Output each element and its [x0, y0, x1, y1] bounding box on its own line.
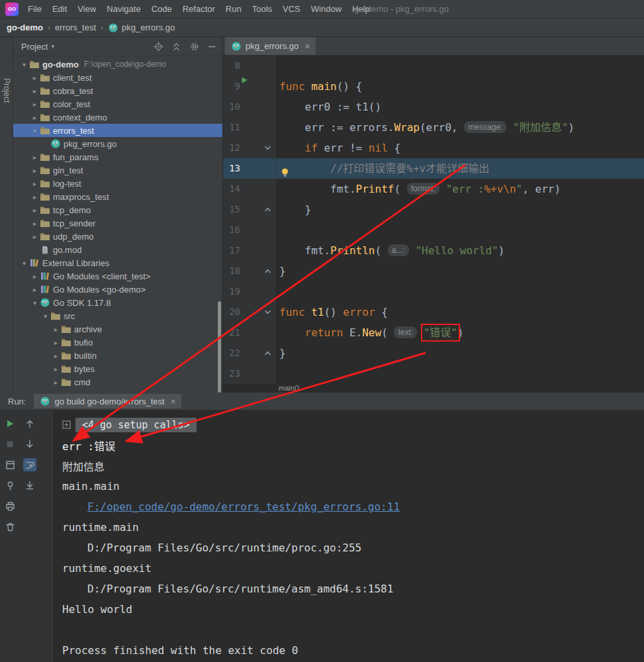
- chevron-right-icon[interactable]: ▸: [30, 193, 39, 201]
- code-line-13[interactable]: 13 //打印错误需要%+v才能详细输出: [223, 158, 644, 179]
- menu-tools[interactable]: Tools: [247, 2, 277, 16]
- clear-button[interactable]: [3, 520, 17, 533]
- chevron-right-icon[interactable]: ▸: [30, 154, 39, 161]
- menu-view[interactable]: View: [72, 2, 101, 16]
- tree-item-builtin[interactable]: ▸builtin: [13, 349, 222, 362]
- code-line-10[interactable]: 10 err0 := t1(): [223, 97, 644, 117]
- tree-item-client-test[interactable]: ▸client_test: [13, 71, 222, 84]
- project-scrollbar-thumb[interactable]: [218, 301, 221, 393]
- fold-close-icon[interactable]: [264, 350, 271, 357]
- pin-button[interactable]: [3, 479, 17, 492]
- chevron-right-icon[interactable]: ▸: [30, 273, 39, 280]
- print-button[interactable]: [3, 499, 17, 512]
- tree-item-external-libraries[interactable]: ▾External Libraries: [13, 256, 222, 269]
- tree-item-udp-demo[interactable]: ▸udp_demo: [13, 230, 222, 243]
- chevron-right-icon[interactable]: ▸: [30, 286, 39, 293]
- tree-item-fun-params[interactable]: ▸fun_params: [13, 150, 222, 164]
- tree-item-cmd[interactable]: ▸cmd: [13, 375, 222, 389]
- chevron-right-icon[interactable]: ▸: [30, 220, 39, 227]
- chevron-right-icon[interactable]: ▸: [30, 167, 39, 174]
- editor-tab-pkg-errors-go[interactable]: pkg_errors.go ×: [225, 37, 316, 55]
- tab-close-icon[interactable]: ×: [304, 41, 310, 52]
- tree-item-tcp-demo[interactable]: ▸tcp_demo: [13, 203, 222, 216]
- folded-output[interactable]: <4 go setup calls>: [75, 418, 197, 432]
- code-line-16[interactable]: 16: [223, 220, 644, 240]
- menu-code[interactable]: Code: [146, 2, 177, 16]
- tree-item-go-modules-go-demo[interactable]: ▸Go Modules <go-demo>: [13, 283, 222, 296]
- tool-button-project[interactable]: Project: [2, 78, 11, 103]
- tree-item-go-modules-client-test[interactable]: ▸Go Modules <client_test>: [13, 269, 222, 283]
- settings-icon[interactable]: [189, 42, 199, 52]
- menu-vcs[interactable]: VCS: [277, 2, 306, 16]
- stop-button[interactable]: [3, 438, 17, 451]
- chevron-right-icon[interactable]: ▸: [52, 326, 60, 333]
- tree-item-tcp-sender[interactable]: ▸tcp_sender: [13, 216, 222, 230]
- hide-icon[interactable]: [207, 42, 217, 52]
- chevron-right-icon[interactable]: ▸: [30, 87, 39, 95]
- tree-item-src[interactable]: ▾src: [13, 309, 222, 322]
- menu-file[interactable]: File: [23, 2, 47, 16]
- locate-icon[interactable]: [154, 42, 163, 52]
- menu-navigate[interactable]: Navigate: [101, 2, 146, 16]
- code-line-9[interactable]: 9func main() {: [223, 76, 644, 97]
- tree-item-bytes[interactable]: ▸bytes: [13, 362, 222, 375]
- chevron-right-icon[interactable]: ▸: [30, 74, 39, 81]
- chevron-down-icon[interactable]: ▾: [20, 260, 28, 267]
- tree-item-go-demo[interactable]: ▾go-demoF:\open_code\go-demo: [13, 58, 222, 71]
- tree-item-bufio[interactable]: ▸bufio: [13, 336, 222, 349]
- chevron-down-icon[interactable]: ▾: [41, 312, 50, 320]
- chevron-right-icon[interactable]: ▸: [30, 207, 39, 214]
- code-line-17[interactable]: 17 fmt.Println( a...: "Hello world"): [223, 240, 644, 261]
- code-line-23[interactable]: 23: [223, 363, 644, 384]
- menu-refactor[interactable]: Refactor: [177, 2, 220, 16]
- menu-window[interactable]: Window: [306, 2, 347, 16]
- code-line-11[interactable]: 11 err := errors.Wrap(err0, message: "附加…: [223, 117, 644, 138]
- chevron-right-icon[interactable]: ▸: [30, 180, 39, 187]
- breadcrumb-item-pkg-errors-go[interactable]: pkg_errors.go: [108, 23, 175, 33]
- collapse-all-icon[interactable]: [171, 42, 181, 52]
- chevron-right-icon[interactable]: ▸: [30, 114, 39, 121]
- soft-wrap-button[interactable]: [23, 458, 36, 471]
- tree-item-errors-test[interactable]: ▾errors_test: [13, 124, 222, 137]
- tree-item-maxprocs-test[interactable]: ▸maxprocs_test: [13, 190, 222, 203]
- menu-edit[interactable]: Edit: [47, 2, 72, 16]
- chevron-down-icon[interactable]: ▾: [20, 61, 28, 68]
- tree-item-go-mod[interactable]: go.mod: [13, 243, 222, 256]
- chevron-down-icon[interactable]: ▾: [30, 299, 39, 307]
- run-tab-close-icon[interactable]: ×: [171, 397, 176, 406]
- code-line-22[interactable]: 22}: [223, 343, 644, 363]
- rerun-button[interactable]: [3, 417, 17, 430]
- code-line-21[interactable]: 21 return E.New( text: "错误"): [223, 322, 644, 343]
- code-line-19[interactable]: 19: [223, 281, 644, 302]
- code-line-18[interactable]: 18}: [223, 261, 644, 281]
- code-line-12[interactable]: 12 if err != nil {: [223, 138, 644, 158]
- expand-fold-icon[interactable]: [62, 420, 71, 429]
- tree-item-gin-test[interactable]: ▸gin_test: [13, 164, 222, 177]
- fold-close-icon[interactable]: [264, 267, 271, 275]
- restore-layout-button[interactable]: [3, 458, 17, 471]
- chevron-right-icon[interactable]: ▸: [52, 339, 60, 346]
- code-line-8[interactable]: 8: [223, 56, 644, 76]
- intention-bulb-icon[interactable]: [280, 164, 290, 179]
- chevron-down-icon[interactable]: ▾: [30, 127, 39, 134]
- run-tab[interactable]: go build go-demo/errors_test ×: [34, 394, 181, 408]
- breadcrumb-item-go-demo[interactable]: go-demo: [7, 23, 43, 32]
- run-main-icon[interactable]: [240, 76, 275, 84]
- editor-breadcrumb-main[interactable]: main(): [223, 384, 644, 393]
- project-view-selector[interactable]: Project ▾: [21, 42, 54, 52]
- console-file-link[interactable]: F:/open_code/go-demo/errors_test/pkg_err…: [87, 500, 400, 513]
- chevron-right-icon[interactable]: ▸: [30, 101, 39, 108]
- tree-item-color-test[interactable]: ▸color_test: [13, 97, 222, 111]
- code-line-14[interactable]: 14 fmt.Printf( format: "err :%+v\n", err…: [223, 179, 644, 199]
- chevron-right-icon[interactable]: ▸: [52, 379, 60, 386]
- breadcrumb-item-errors-test[interactable]: errors_test: [55, 23, 96, 32]
- tree-item-pkg-errors-go[interactable]: pkg_errors.go: [13, 137, 222, 150]
- menu-run[interactable]: Run: [220, 2, 247, 16]
- tree-item-context-demo[interactable]: ▸context_demo: [13, 111, 222, 124]
- chevron-right-icon[interactable]: ▸: [52, 352, 60, 359]
- code-editor[interactable]: 89func main() {10 err0 := t1()11 err := …: [223, 56, 644, 384]
- tree-item-log-test[interactable]: ▸log-test: [13, 177, 222, 190]
- chevron-right-icon[interactable]: ▸: [30, 233, 39, 240]
- fold-open-icon[interactable]: [264, 308, 271, 316]
- fold-close-icon[interactable]: [264, 206, 271, 213]
